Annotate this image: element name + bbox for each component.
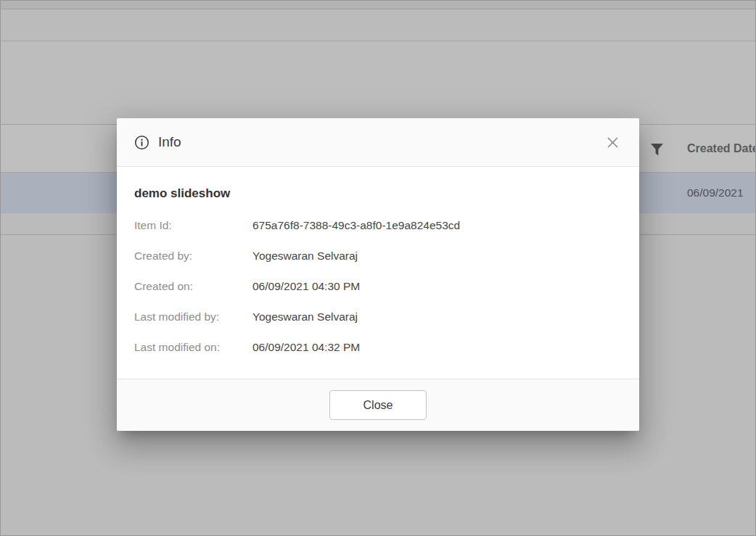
info-row-item-id: Item Id: 675a76f8-7388-49c3-a8f0-1e9a824… bbox=[134, 210, 622, 241]
info-field-list: Item Id: 675a76f8-7388-49c3-a8f0-1e9a824… bbox=[134, 210, 622, 363]
info-row-created-on: Created on: 06/09/2021 04:30 PM bbox=[134, 271, 622, 302]
dialog-header: Info bbox=[117, 118, 639, 167]
field-value: Yogeswaran Selvaraj bbox=[252, 310, 358, 323]
field-label: Item Id: bbox=[134, 219, 252, 232]
app-screen: Created Date 06/09/2021 Info demo slides… bbox=[0, 0, 756, 536]
close-button[interactable]: Close bbox=[329, 390, 427, 420]
dialog-footer: Close bbox=[117, 379, 639, 431]
field-value: 675a76f8-7388-49c3-a8f0-1e9a824e53cd bbox=[252, 219, 460, 232]
field-label: Created by: bbox=[134, 250, 252, 263]
field-label: Created on: bbox=[134, 280, 252, 293]
info-row-last-modified-on: Last modified on: 06/09/2021 04:32 PM bbox=[134, 332, 622, 363]
dialog-title: Info bbox=[158, 134, 181, 150]
field-label: Last modified by: bbox=[134, 310, 252, 323]
close-icon[interactable] bbox=[603, 133, 622, 152]
dialog-body: demo slideshow Item Id: 675a76f8-7388-49… bbox=[117, 167, 639, 379]
info-row-last-modified-by: Last modified by: Yogeswaran Selvaraj bbox=[134, 302, 622, 332]
info-icon bbox=[134, 135, 149, 150]
field-value: 06/09/2021 04:32 PM bbox=[252, 341, 360, 354]
info-dialog: Info demo slideshow Item Id: 675a76f8-73… bbox=[117, 118, 639, 431]
item-title: demo slideshow bbox=[134, 186, 622, 202]
field-value: 06/09/2021 04:30 PM bbox=[252, 280, 360, 293]
info-row-created-by: Created by: Yogeswaran Selvaraj bbox=[134, 241, 622, 271]
field-value: Yogeswaran Selvaraj bbox=[252, 250, 358, 263]
field-label: Last modified on: bbox=[134, 341, 252, 354]
